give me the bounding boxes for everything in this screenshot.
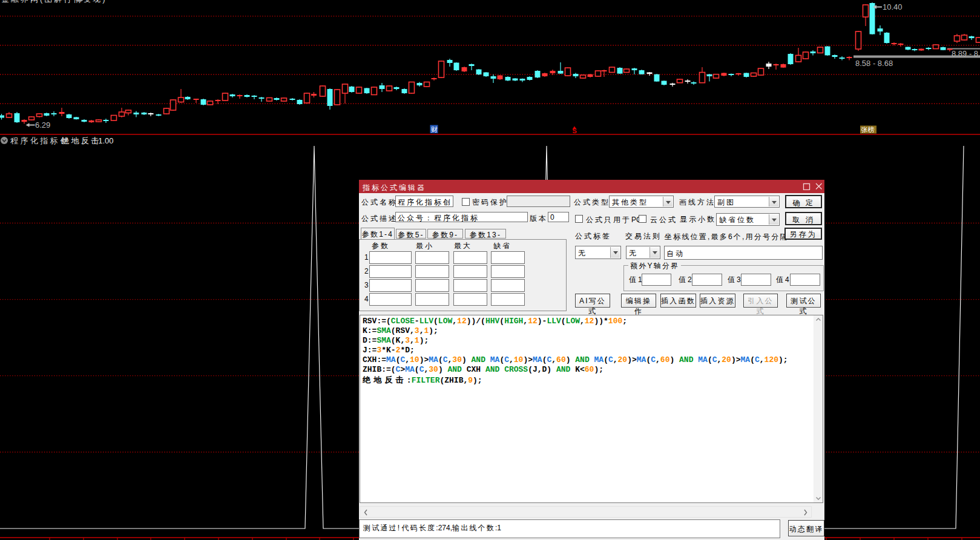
svg-text:财: 财	[431, 126, 438, 133]
svg-text:金融界网(图解行情变现): 金融界网(图解行情变现)	[1, 0, 107, 4]
svg-text:6.29: 6.29	[35, 120, 50, 130]
svg-text:: 1.00: : 1.00	[94, 136, 114, 145]
svg-text:S: S	[573, 127, 577, 134]
svg-text:张榜: 张榜	[861, 126, 875, 133]
svg-text:8.89 - 8.9: 8.89 - 8.9	[952, 49, 980, 58]
svg-text:10.40: 10.40	[883, 2, 903, 12]
svg-text:8.58 - 8.68: 8.58 - 8.68	[855, 59, 893, 68]
